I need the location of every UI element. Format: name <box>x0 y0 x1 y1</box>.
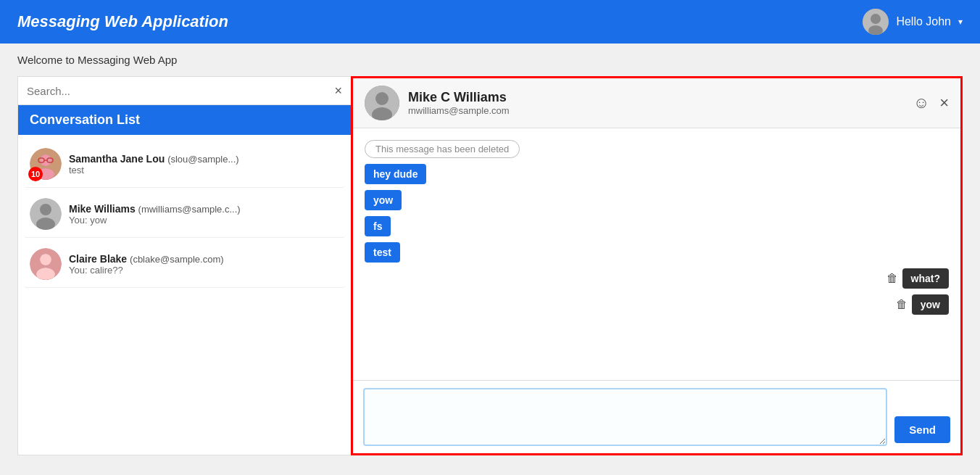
conv-preview: You: calire?? <box>69 265 339 276</box>
search-bar: × <box>18 77 351 105</box>
svg-point-12 <box>40 204 51 215</box>
user-menu[interactable]: Hello John ▾ <box>863 9 963 35</box>
chat-panel: Mike C Williams mwilliams@sample.com ☺ ×… <box>351 76 963 455</box>
message-deleted: This message has been deleted <box>365 140 520 158</box>
conv-info: Samantha Jane Lou (slou@sample...) test <box>69 153 339 175</box>
app-header: Messaging Web Application Hello John ▾ <box>0 0 980 44</box>
app-title: Messaging Web Application <box>17 12 228 31</box>
delete-message-icon[interactable]: 🗑 <box>886 272 898 285</box>
message-bubble: test <box>365 242 400 263</box>
message-bubble: what? <box>902 268 949 289</box>
send-button[interactable]: Send <box>894 416 950 443</box>
conv-preview: You: yow <box>69 215 339 226</box>
svg-point-17 <box>40 254 51 265</box>
user-avatar <box>863 9 889 35</box>
message-bubble: yow <box>365 190 402 210</box>
message-bubble: fs <box>365 216 391 236</box>
conv-name: Claire Blake (cblake@sample.com) <box>69 253 339 265</box>
delete-message-icon[interactable]: 🗑 <box>896 298 908 311</box>
chat-contact-avatar <box>365 86 399 120</box>
left-panel: × Conversation List <box>17 76 351 455</box>
conv-name: Mike Williams (mwilliams@sample.c...) <box>69 203 339 215</box>
welcome-text: Welcome to Messaging Web App <box>17 54 177 66</box>
list-item[interactable]: Mike Williams (mwilliams@sample.c...) Yo… <box>24 191 345 238</box>
input-area: Send <box>353 380 960 453</box>
main-content: × Conversation List <box>0 76 980 473</box>
list-item[interactable]: Claire Blake (cblake@sample.com) You: ca… <box>24 241 345 288</box>
chat-header-info: Mike C Williams mwilliams@sample.com <box>408 90 913 116</box>
chat-account-icon[interactable]: ☺ <box>913 94 929 112</box>
message-bubble: yow <box>912 294 949 315</box>
conv-avatar-wrap: 10 <box>30 148 62 180</box>
message-item: 🗑 what? <box>886 268 949 289</box>
message-bubble: hey dude <box>365 164 426 184</box>
chat-contact-email: mwilliams@sample.com <box>408 105 913 116</box>
avatar <box>30 248 62 280</box>
svg-point-20 <box>375 92 389 105</box>
search-clear-button[interactable]: × <box>334 84 342 97</box>
message-item: test <box>365 242 400 263</box>
user-menu-chevron: ▾ <box>958 17 963 27</box>
svg-point-1 <box>871 14 881 24</box>
chat-contact-name: Mike C Williams <box>408 90 913 105</box>
unread-badge: 10 <box>28 167 43 181</box>
avatar <box>30 198 62 230</box>
conv-preview: test <box>69 165 339 175</box>
message-input[interactable] <box>363 388 887 446</box>
chat-close-button[interactable]: × <box>939 94 949 112</box>
chat-header-actions: ☺ × <box>913 94 949 112</box>
conv-avatar-wrap <box>30 248 62 280</box>
user-greeting-text: Hello John <box>896 15 951 28</box>
welcome-bar: Welcome to Messaging Web App <box>0 44 980 76</box>
message-item: 🗑 yow <box>896 294 949 315</box>
deleted-message-text: This message has been deleted <box>365 140 520 158</box>
conversation-list-header: Conversation List <box>18 105 351 135</box>
conv-name: Samantha Jane Lou (slou@sample...) <box>69 153 339 165</box>
search-input[interactable] <box>27 85 334 97</box>
messages-area: This message has been deleted hey dude y… <box>353 128 960 380</box>
conv-avatar-wrap <box>30 198 62 230</box>
message-item: fs <box>365 216 391 236</box>
list-item[interactable]: 10 Samantha Jane Lou (slou@sample...) te… <box>24 141 345 188</box>
conversation-list: 10 Samantha Jane Lou (slou@sample...) te… <box>18 135 351 455</box>
message-item: yow <box>365 190 402 210</box>
message-item: hey dude <box>365 164 426 184</box>
chat-header: Mike C Williams mwilliams@sample.com ☺ × <box>353 78 960 128</box>
conv-info: Mike Williams (mwilliams@sample.c...) Yo… <box>69 203 339 226</box>
conv-info: Claire Blake (cblake@sample.com) You: ca… <box>69 253 339 276</box>
